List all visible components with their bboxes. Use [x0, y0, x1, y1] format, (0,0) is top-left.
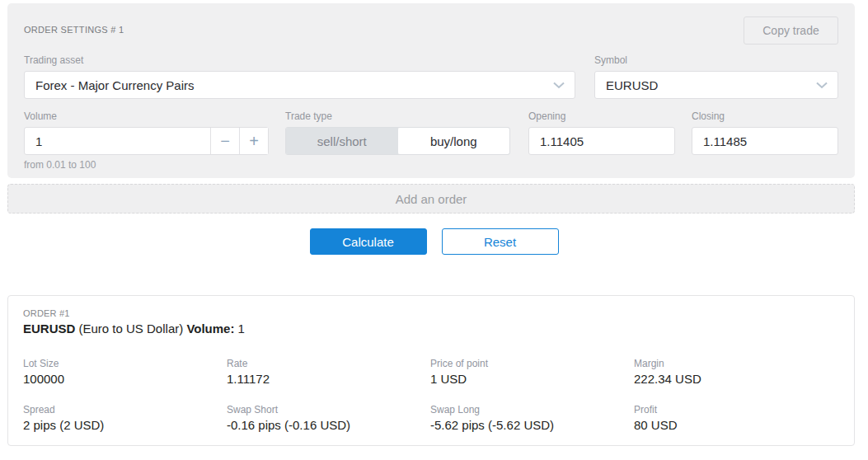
metric-label: Swap Long — [430, 404, 634, 415]
metric-label: Rate — [227, 358, 430, 369]
opening-field: Opening — [528, 110, 675, 171]
metric-value: 1 USD — [430, 372, 634, 386]
order-result-card: ORDER #1 EURUSD (Euro to US Dollar) Volu… — [7, 295, 855, 446]
panel-header: ORDER SETTINGS # 1 Copy trade — [24, 16, 838, 49]
symbol-value: EURUSD — [606, 78, 658, 92]
volume-label: Volume — [24, 110, 269, 122]
metric-value: 80 USD — [634, 418, 838, 432]
chevron-down-icon — [816, 82, 828, 89]
metric-value: 100000 — [23, 372, 227, 386]
symbol-select[interactable]: EURUSD — [594, 71, 838, 99]
metric-label: Margin — [634, 358, 838, 369]
metric-spread: Spread 2 pips (2 USD) — [23, 404, 227, 432]
metric-value: -0.16 pips (-0.16 USD) — [227, 418, 430, 432]
add-order-button[interactable]: Add an order — [7, 184, 855, 214]
minus-icon[interactable]: − — [210, 128, 239, 154]
trade-type-buy-long[interactable]: buy/long — [398, 128, 510, 154]
metric-value: 1.11172 — [227, 372, 430, 386]
result-symbol: EURUSD — [23, 322, 75, 336]
actions-row: Calculate Reset — [0, 228, 868, 255]
chevron-down-icon — [553, 82, 565, 89]
trading-asset-select[interactable]: Forex - Major Currency Pairs — [24, 71, 575, 99]
metric-label: Swap Short — [227, 404, 430, 415]
metric-label: Lot Size — [23, 358, 227, 369]
result-volume-value: 1 — [234, 322, 245, 336]
trade-type-field: Trade type sell/short buy/long — [285, 110, 510, 171]
volume-hint: from 0.01 to 100 — [24, 159, 269, 171]
metric-swap-long: Swap Long -5.62 pips (-5.62 USD) — [430, 404, 634, 432]
metric-label: Profit — [634, 404, 838, 415]
symbol-field: Symbol EURUSD — [594, 54, 838, 99]
result-symbol-description: (Euro to US Dollar) — [75, 322, 186, 336]
trade-type-label: Trade type — [285, 110, 510, 122]
order-settings-panel: ORDER SETTINGS # 1 Copy trade Trading as… — [7, 3, 855, 178]
volume-stepper: − + — [24, 127, 269, 155]
copy-trade-button[interactable]: Copy trade — [744, 16, 838, 45]
volume-input[interactable] — [25, 128, 210, 154]
order-number-label: ORDER #1 — [23, 308, 839, 318]
metric-price-of-point: Price of point 1 USD — [430, 358, 634, 386]
opening-label: Opening — [528, 110, 675, 122]
symbol-label: Symbol — [594, 54, 838, 66]
trading-asset-field: Trading asset Forex - Major Currency Pai… — [24, 54, 575, 99]
metric-rate: Rate 1.11172 — [227, 358, 430, 386]
metric-value: 2 pips (2 USD) — [23, 418, 227, 432]
trading-asset-label: Trading asset — [24, 54, 575, 66]
result-volume-label: Volume: — [186, 322, 234, 336]
metric-profit: Profit 80 USD — [634, 404, 838, 432]
trade-type-toggle: sell/short buy/long — [285, 127, 510, 155]
opening-input[interactable] — [528, 127, 675, 155]
order-heading: EURUSD (Euro to US Dollar) Volume: 1 — [23, 322, 839, 336]
closing-input[interactable] — [692, 127, 838, 155]
metric-swap-short: Swap Short -0.16 pips (-0.16 USD) — [227, 404, 430, 432]
metric-value: 222.34 USD — [634, 372, 838, 386]
reset-button[interactable]: Reset — [442, 228, 559, 255]
trading-asset-value: Forex - Major Currency Pairs — [35, 78, 195, 92]
volume-field: Volume − + from 0.01 to 100 — [24, 110, 269, 171]
metric-lot-size: Lot Size 100000 — [23, 358, 227, 386]
plus-icon[interactable]: + — [239, 128, 268, 154]
closing-label: Closing — [692, 110, 838, 122]
metric-label: Price of point — [430, 358, 634, 369]
asset-symbol-row: Trading asset Forex - Major Currency Pai… — [24, 54, 838, 99]
closing-field: Closing — [692, 110, 838, 171]
metrics-grid: Lot Size 100000 Rate 1.11172 Price of po… — [23, 358, 839, 432]
panel-title: ORDER SETTINGS # 1 — [24, 16, 124, 35]
trade-type-sell-short[interactable]: sell/short — [286, 128, 398, 154]
forex-calculator-page: ORDER SETTINGS # 1 Copy trade Trading as… — [0, 0, 868, 460]
metric-value: -5.62 pips (-5.62 USD) — [430, 418, 634, 432]
metric-label: Spread — [23, 404, 227, 415]
calculate-button[interactable]: Calculate — [310, 228, 427, 255]
metric-margin: Margin 222.34 USD — [634, 358, 838, 386]
trade-params-row: Volume − + from 0.01 to 100 Trade type s… — [24, 110, 838, 171]
